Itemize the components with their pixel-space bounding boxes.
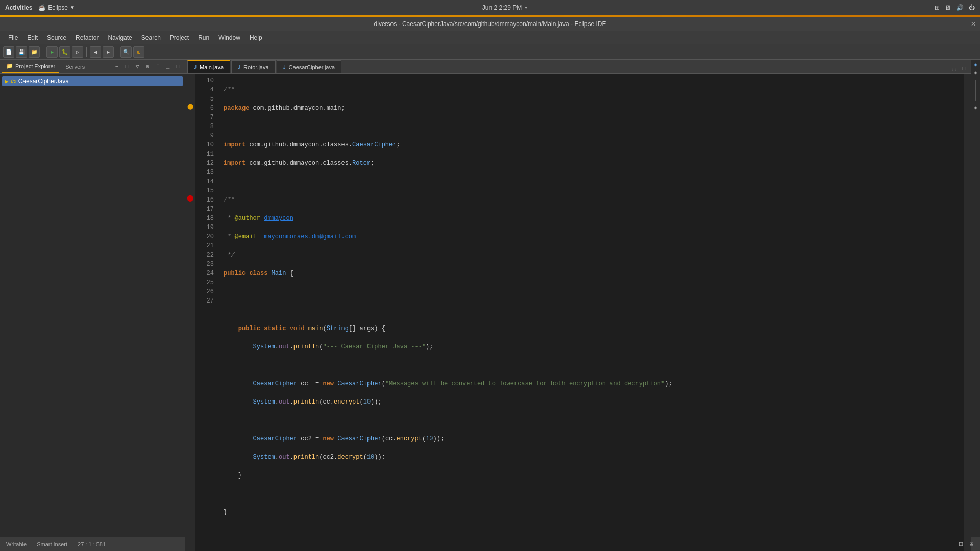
- code-line-16: [224, 361, 959, 370]
- menu-window[interactable]: Window: [214, 33, 244, 43]
- menu-source[interactable]: Source: [43, 33, 70, 43]
- rotor-java-tab-icon: J: [238, 64, 240, 70]
- status-position: 27 : 1 : 581: [78, 541, 106, 547]
- sys-icon-power: ⏻: [969, 4, 975, 11]
- menu-edit[interactable]: Edit: [23, 33, 42, 43]
- eclipse-menu[interactable]: ☕ Eclipse ▼: [38, 4, 75, 11]
- code-line-11: public class Main {: [224, 269, 959, 278]
- status-icon2: 🖥: [968, 541, 974, 547]
- sidebar-filter[interactable]: ▽: [133, 62, 142, 71]
- gutter-17: [185, 203, 195, 212]
- gutter-16: ⬤: [185, 193, 195, 203]
- toolbar: 📄 💾 📁 ▶ 🐛 ▷ ◀ ▶ 🔍 ⊞: [0, 44, 980, 60]
- toolbar-saveas[interactable]: 📁: [29, 46, 40, 58]
- close-button[interactable]: ✕: [971, 20, 976, 28]
- toolbar-runlast[interactable]: ▷: [72, 46, 83, 58]
- code-line-5: import com.github.dmmaycon.classes.Rotor…: [224, 159, 959, 168]
- code-line-18: System.out.println(cc.encrypt(10));: [224, 397, 959, 407]
- sidebar-link[interactable]: ⊕: [143, 62, 152, 71]
- main-java-tab-label: Main.java: [200, 64, 224, 70]
- toolbar-run[interactable]: ▶: [46, 46, 58, 58]
- menu-project[interactable]: Project: [166, 33, 193, 43]
- gutter-14: [185, 175, 195, 184]
- toolbar-sep1: [43, 47, 43, 57]
- right-gutter: [964, 74, 971, 551]
- menu-navigate[interactable]: Navigate: [104, 33, 136, 43]
- toolbar-debug[interactable]: 🐛: [59, 46, 70, 58]
- code-line-9: * @email mayconmoraes.dm@gmail.com: [224, 232, 959, 241]
- right-strip-icon2: ◈: [974, 70, 977, 76]
- gutter-8: [185, 120, 195, 129]
- code-line-2: package com.github.dmmaycon.main;: [224, 104, 959, 113]
- toolbar-perspective[interactable]: ⊞: [133, 46, 144, 58]
- gutter-10b: [185, 138, 195, 147]
- code-line-8: * @author dmmaycon: [224, 214, 959, 223]
- code-editor[interactable]: ⬤ ⬤: [185, 74, 971, 551]
- right-strip-icon1: ◈: [974, 62, 977, 68]
- gutter-20: [185, 230, 195, 239]
- editor-max[interactable]: □: [960, 64, 969, 73]
- tab-main-java[interactable]: J Main.java: [187, 60, 230, 73]
- sys-icon-monitor: 🖥: [945, 4, 951, 11]
- menu-refactor[interactable]: Refactor: [71, 33, 103, 43]
- project-explorer-tab[interactable]: 📁 Project Explorer: [2, 60, 59, 73]
- sidebar-content: ▶ 🗂 CaesarCipherJava: [0, 74, 185, 537]
- status-smart-insert: Smart Insert: [37, 541, 67, 547]
- servers-tab[interactable]: Servers: [61, 60, 89, 73]
- main-java-tab-icon: J: [194, 64, 197, 70]
- project-explorer-icon: 📁: [6, 63, 13, 69]
- sidebar-min[interactable]: _: [163, 62, 173, 71]
- code-line-21: System.out.println(cc2.decrypt(10));: [224, 453, 959, 462]
- gutter-7: [185, 111, 195, 120]
- toolbar-sep2: [86, 47, 87, 57]
- code-line-13: [224, 306, 959, 315]
- status-writable: Writable: [6, 541, 27, 547]
- code-line-22: }: [224, 471, 959, 480]
- toolbar-new[interactable]: 📄: [3, 46, 14, 58]
- editor-console-area: J Main.java J Rotor.java J CaesarCipher.…: [185, 60, 971, 537]
- editor-tab-actions: ⬚ □: [949, 64, 969, 73]
- gutter-10: [185, 74, 195, 83]
- tab-rotor-java[interactable]: J Rotor.java: [231, 60, 276, 73]
- gutter-13: [185, 166, 195, 175]
- code-line-23: [224, 489, 959, 498]
- code-line-3: [224, 122, 959, 131]
- code-line-10: */: [224, 251, 959, 260]
- code-line-15: System.out.println("--- Caesar Cipher Ja…: [224, 342, 959, 352]
- activities-label[interactable]: Activities: [5, 4, 32, 11]
- system-bar: Activities ☕ Eclipse ▼ Jun 2 2:29 PM ● ⊞…: [0, 0, 980, 15]
- menu-file[interactable]: File: [4, 33, 22, 43]
- sidebar-max[interactable]: □: [174, 62, 183, 71]
- line-gutter: ⬤ ⬤: [185, 74, 195, 551]
- project-item-caesarcipher[interactable]: ▶ 🗂 CaesarCipherJava: [2, 76, 183, 86]
- project-name: CaesarCipherJava: [18, 78, 69, 85]
- toolbar-sep3: [117, 47, 117, 57]
- gutter-15: [185, 184, 195, 193]
- menu-run[interactable]: Run: [194, 33, 213, 43]
- menu-help[interactable]: Help: [246, 33, 266, 43]
- code-line-14: public static void main(String[] args) {: [224, 324, 959, 333]
- sidebar-menu[interactable]: ⋮: [153, 62, 162, 71]
- toolbar-search[interactable]: 🔍: [120, 46, 132, 58]
- code-content[interactable]: /** package com.github.dmmaycon.main; im…: [218, 74, 964, 551]
- menu-search[interactable]: Search: [137, 33, 165, 43]
- tab-caesarcipher-java[interactable]: J CaesarCipher.java: [277, 60, 342, 73]
- sidebar-expand[interactable]: □: [122, 62, 132, 71]
- sidebar-collapse[interactable]: −: [112, 62, 121, 71]
- editor-restore[interactable]: ⬚: [949, 64, 959, 73]
- toolbar-back[interactable]: ◀: [90, 46, 101, 58]
- status-left: Writable Smart Insert 27 : 1 : 581: [6, 541, 106, 547]
- gutter-18: [185, 212, 195, 221]
- gutter-6: ⬤: [185, 102, 195, 111]
- sidebar: 📁 Project Explorer Servers − □ ▽ ⊕ ⋮ _ □…: [0, 60, 185, 537]
- gutter-11: [185, 147, 195, 157]
- right-strip-icon3: ◈: [974, 105, 977, 111]
- menu-bar: File Edit Source Refactor Navigate Searc…: [0, 31, 980, 44]
- toolbar-forward[interactable]: ▶: [103, 46, 114, 58]
- gutter-23: [185, 258, 195, 267]
- sidebar-tabs: 📁 Project Explorer Servers − □ ▽ ⊕ ⋮ _ □: [0, 60, 185, 74]
- code-line-4: import com.github.dmmaycon.classes.Caesa…: [224, 140, 959, 149]
- toolbar-save[interactable]: 💾: [16, 46, 27, 58]
- caesarcipher-tab-label: CaesarCipher.java: [289, 64, 335, 70]
- status-dot: ●: [525, 5, 527, 10]
